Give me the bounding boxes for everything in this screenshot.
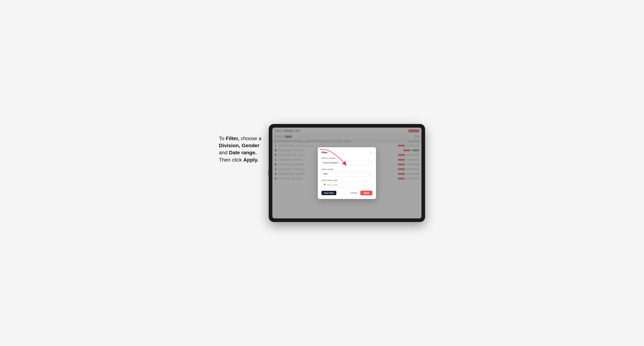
division-select-wrapper: NCAA Division I × ⌃⌄ (322, 160, 372, 166)
date-placeholder: Pick a date (327, 184, 338, 186)
clear-filter-button[interactable]: Clear filter (322, 191, 336, 195)
bold-filter: Filter, (226, 136, 240, 141)
gender-form-group: Select gender Men × ⌃⌄ (322, 168, 372, 177)
date-label: Select Date range (322, 179, 372, 181)
gender-select-wrapper: Men × ⌃⌄ (322, 171, 372, 177)
date-field[interactable]: 📅 Pick a date (322, 182, 372, 188)
modal-header: Filter × (322, 151, 372, 154)
gender-label: Select gender (322, 168, 372, 170)
gender-clear-icon[interactable]: × (368, 173, 369, 175)
close-icon[interactable]: × (369, 151, 372, 154)
bold-division-gender: Division, Gender (219, 143, 260, 148)
bold-date-range: Date range. (229, 150, 257, 155)
page-wrapper: To Filter, choose a Division, Gender and… (0, 117, 644, 229)
filter-modal: Filter × Select a division NCAA Division… (318, 147, 376, 199)
footer-right: Cancel Apply (348, 191, 372, 195)
calendar-icon: 📅 (324, 184, 326, 186)
tablet-device: Filter × Select a division NCAA Division… (269, 124, 425, 222)
sidebar-toggle[interactable] (268, 170, 270, 176)
instruction-text: To Filter, choose a Division, Gender and… (219, 124, 261, 163)
date-form-group: Select Date range 📅 Pick a date (322, 179, 372, 188)
modal-overlay: Filter × Select a division NCAA Division… (272, 128, 422, 218)
division-form-group: Select a division NCAA Division I × ⌃⌄ (322, 157, 372, 166)
cancel-button[interactable]: Cancel (348, 191, 359, 195)
division-clear-icon[interactable]: × (368, 162, 369, 164)
gender-select[interactable]: Men (322, 171, 372, 177)
modal-footer: Clear filter Cancel Apply (322, 191, 372, 195)
division-select[interactable]: NCAA Division I (322, 160, 372, 166)
division-label: Select a division (322, 157, 372, 159)
modal-title: Filter (322, 151, 328, 154)
tablet-screen: Filter × Select a division NCAA Division… (272, 128, 422, 218)
bold-apply: Apply. (243, 157, 258, 163)
apply-button[interactable]: Apply (360, 191, 372, 195)
